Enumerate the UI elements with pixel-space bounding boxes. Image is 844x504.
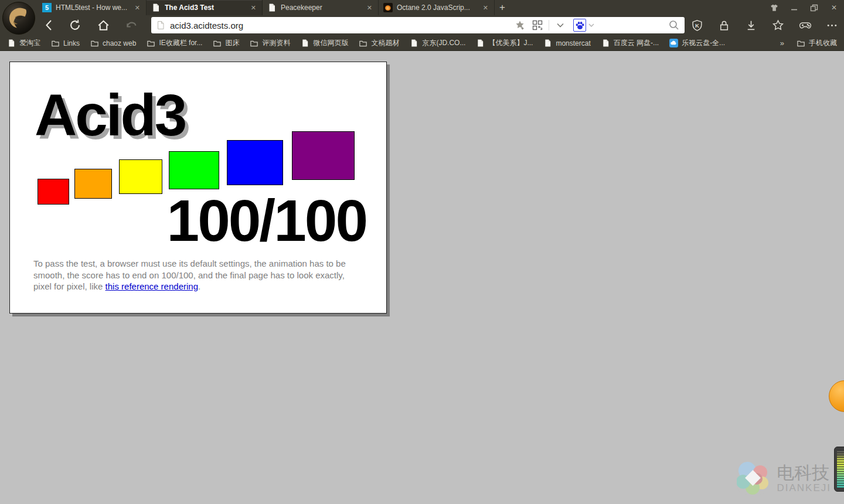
bookmark-baiduyun[interactable]: 百度云 网盘-... [601,38,659,48]
close-icon[interactable]: ✕ [482,4,489,12]
equalizer-bars-icon [837,450,844,488]
download-icon[interactable] [745,19,757,32]
tab-label: Octane 2.0 JavaScrip... [397,4,478,12]
tab-label: HTML5test - How we... [56,4,130,12]
acid3-result-box: Acid3 100/100 To pass the test, a browse… [9,62,387,314]
close-icon[interactable]: ✕ [250,4,257,12]
skin-theme-button[interactable] [768,2,781,13]
search-icon[interactable] [668,19,680,31]
folder-icon [250,39,258,47]
bookmark-leshiyun[interactable]: 乐视云盘-全... [669,38,725,48]
color-box-purple [292,131,355,180]
bookmark-label: 爱淘宝 [19,38,40,48]
undo-arrow-icon [125,19,138,32]
url-text[interactable]: acid3.acidtests.org [170,21,243,30]
description-text-end: . [198,281,200,291]
toolbar-right: K [691,17,838,33]
window-controls: ✕ [768,0,840,15]
page-icon [301,39,309,47]
bookmark-label: 京东(JD.CO... [422,38,465,48]
reference-rendering-link[interactable]: this reference rendering [106,281,198,291]
url-dropdown-chevron-icon[interactable] [554,19,566,31]
bookmark-jd[interactable]: 京东(JD.CO... [410,38,465,48]
tab-peacekeeper[interactable]: Peacekeeper ✕ [263,0,379,15]
minimize-icon [791,4,798,11]
cheetah-logo-icon [2,1,36,35]
folder-icon [359,39,367,47]
bookmark-chaoz-web[interactable]: chaoz web [90,39,136,47]
bookmark-weixin[interactable]: 微信网页版 [301,38,348,48]
tab-acid3[interactable]: The Acid3 Test ✕ [147,0,263,15]
equalizer-widget[interactable] [834,447,844,492]
add-bookmark-star-icon[interactable] [515,19,526,31]
bookmark-label: 乐视云盘-全... [682,38,725,48]
maximize-button[interactable] [808,2,821,13]
color-box-green [169,151,219,189]
bookmark-mobile-favorites[interactable]: 手机收藏 [797,38,837,48]
color-box-blue [227,140,283,185]
color-box-orange [74,169,112,199]
bookmark-label: 【优美系】J... [488,38,533,48]
browser-menu-logo[interactable] [2,1,36,35]
tab-label: The Acid3 Test [165,4,246,12]
address-divider [549,20,549,30]
pinwheel-logo-icon [736,461,771,496]
bookmarks-right: » 手机收藏 [780,38,837,48]
close-icon[interactable]: ✕ [366,4,373,12]
security-shield-icon[interactable]: K [691,19,703,32]
bookmark-youmeixi[interactable]: 【优美系】J... [476,38,533,48]
forward-button-disabled[interactable] [123,18,139,33]
refresh-button[interactable] [67,18,83,33]
bookmarks-overflow-chevron[interactable]: » [780,39,785,47]
search-engine-chevron-icon[interactable] [587,21,595,29]
bookmark-ie-folder[interactable]: IE收藏栏 for... [147,38,202,48]
bookmark-monstercat[interactable]: monstercat [543,39,590,47]
games-gamepad-icon[interactable] [799,19,811,32]
page-icon [156,21,165,30]
folder-icon [90,39,99,47]
page-viewport: Acid3 100/100 To pass the test, a browse… [0,52,844,504]
page-icon [151,3,161,12]
bookmark-wengao[interactable]: 文稿题材 [359,38,399,48]
bookmark-label: 图床 [225,38,239,48]
page-icon [7,39,16,47]
address-bar[interactable]: acid3.acidtests.org [151,17,685,33]
search-engine-selector[interactable] [573,19,586,32]
bookmark-pingce[interactable]: 评测资料 [250,38,290,48]
bookmark-tuchuang[interactable]: 图床 [213,38,239,48]
refresh-icon [69,19,81,32]
lock-icon[interactable] [718,19,730,32]
qr-code-icon[interactable] [532,19,543,31]
bookmarks-bar: 爱淘宝 Links chaoz web IE收藏栏 for... 图床 评测资料 [0,35,844,51]
watermark-cn-text: 电科技 [777,464,831,482]
assistant-bubble[interactable] [829,380,844,412]
home-icon [97,19,110,32]
acid3-description: To pass the test, a browser must use its… [33,258,362,292]
tab-label: Peacekeeper [281,4,362,12]
home-button[interactable] [95,18,111,33]
bookmark-aitaobao[interactable]: 爱淘宝 [7,38,40,48]
page-icon [543,39,552,47]
bookmark-label: 文稿题材 [371,38,399,48]
acid3-score: 100/100 [167,191,366,250]
back-button[interactable] [41,18,57,33]
bookmark-label: 评测资料 [262,38,290,48]
navigation-bar: acid3.acidtests.org [0,15,844,35]
close-icon[interactable]: ✕ [134,4,141,12]
page-icon [410,39,418,47]
new-tab-button[interactable]: + [495,0,510,15]
bookmark-label: 手机收藏 [809,38,837,48]
bookmark-links[interactable]: Links [51,39,80,47]
minimize-button[interactable] [788,2,801,13]
page-icon [267,3,277,12]
tab-octane[interactable]: Octane 2.0 JavaScrip... ✕ [379,0,495,15]
tab-html5test[interactable]: 5 HTML5test - How we... ✕ [38,0,147,15]
bookmark-label: chaoz web [103,39,136,47]
bookmark-label: 微信网页版 [313,38,348,48]
color-box-yellow [119,159,162,194]
close-window-button[interactable]: ✕ [828,2,840,13]
favorites-star-icon[interactable] [772,19,784,32]
browser-window: 5 HTML5test - How we... ✕ The Acid3 Test… [0,0,844,504]
octane-icon [383,3,393,12]
more-menu-icon[interactable] [826,19,838,32]
